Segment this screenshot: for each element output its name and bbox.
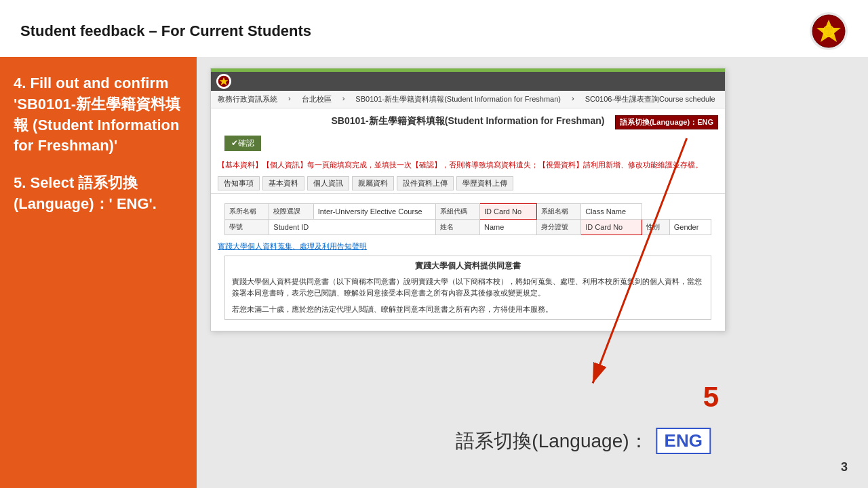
demo-panel: 教務行政資訊系統 › 台北校區 › SB0101-新生學籍資料填報(Studen… [197, 57, 868, 488]
dept-name-value[interactable]: Inter-University Elective Course [313, 203, 435, 219]
nav-separator1: › [288, 94, 291, 104]
form-page-title-bar: SB0101-新生學籍資料填報(Student Information for … [211, 108, 725, 130]
nav-item-sb0101[interactable]: SB0101-新生學籍資料填報(Student Information for … [355, 94, 561, 104]
name-label: 姓名 [435, 219, 479, 235]
dept-name-label2: 系組名稱 [536, 203, 580, 219]
form-row-2: 學號 Student ID 姓名 Name 身分證號 ID Card No 性別… [225, 219, 711, 235]
form-row-1: 系所名稱 校際選課 Inter-University Elective Cour… [225, 203, 711, 219]
confirm-button[interactable]: ✔確認 [224, 136, 261, 151]
gender-label: 性別 [642, 219, 670, 235]
step5-text: 5. Select 語系切換 (Language)：' ENG'. [14, 173, 183, 215]
nav-item-sc0106[interactable]: SC0106-學生課表查詢Course schedule [585, 94, 715, 104]
breadcrumb-nav: 教務行政資訊系統 › 台北校區 › SB0101-新生學籍資料填報(Studen… [211, 91, 725, 108]
tab-notice[interactable]: 告知事項 [218, 176, 260, 190]
tab-bar: 告知事項 基本資料 個人資訊 親屬資料 設件資料上傳 學歷資料上傳 [211, 174, 725, 194]
page-title: Student feedback – For Current Students [20, 22, 311, 40]
tab-family[interactable]: 親屬資料 [352, 176, 394, 190]
tab-personal[interactable]: 個人資訊 [307, 176, 349, 190]
step4-text: 4. Fill out and confirm 'SB0101-新生學籍資料填報… [14, 73, 183, 157]
student-id-value[interactable]: Student ID [269, 219, 435, 235]
id-card-no-value-1[interactable]: ID Card No [479, 203, 536, 219]
consent-body1: 實踐大學個人資料提供同意書（以下簡稱本同意書）說明實踐大學（以下簡稱本校），將如… [232, 276, 704, 300]
page-header: Student feedback – For Current Students … [0, 0, 868, 57]
university-logo: 實踐 [810, 12, 848, 50]
nav-separator2: › [342, 94, 345, 104]
browser-window: 教務行政資訊系統 › 台北校區 › SB0101-新生學籍資料填報(Studen… [210, 68, 726, 331]
id-card-no-value-2[interactable]: ID Card No [581, 219, 642, 235]
instruction-panel: 4. Fill out and confirm 'SB0101-新生學籍資料填報… [0, 57, 197, 488]
step5-label: 5. Select 語系切換 (Language)：' ENG'. [14, 174, 157, 212]
gender-value[interactable]: Gender [669, 219, 711, 235]
step5-number: 5 [703, 381, 719, 413]
browser-topbar [211, 72, 725, 91]
consent-link[interactable]: 實踐大學個人資料蒐集、處理及利用告知聲明 [218, 242, 367, 250]
notice-bar: 【基本資料】【個人資訊】每一頁能填寫完成，並填技一次【確認】，否則將導致填寫資料… [211, 157, 725, 174]
form-table: 系所名稱 校際選課 Inter-University Elective Cour… [224, 203, 711, 235]
confirm-btn-container: ✔確認 [211, 130, 725, 157]
tab-edu[interactable]: 學歷資料上傳 [456, 176, 513, 190]
student-id-label: 學號 [225, 219, 269, 235]
form-page-title: SB0101-新生學籍資料填報(Student Information for … [332, 115, 605, 126]
dept-name-label: 系所名稱 [225, 203, 269, 219]
nav-item-system[interactable]: 教務行政資訊系統 [218, 94, 277, 104]
id-number-label: 身分證號 [536, 219, 580, 235]
tab-basic[interactable]: 基本資料 [262, 176, 304, 190]
eng-value-box: ENG [656, 428, 711, 454]
page-number: 3 [841, 460, 848, 474]
campus-course-label: 校際選課 [269, 203, 313, 219]
svg-text:實踐: 實踐 [824, 30, 833, 35]
main-content: 4. Fill out and confirm 'SB0101-新生學籍資料填報… [0, 57, 868, 488]
browser-logo-icon [216, 74, 231, 89]
consent-body2: 若您未滿二十歲，應於您的法定代理人閱讀、瞭解並同意本同意書之所有內容，方得使用本… [232, 304, 704, 316]
name-value[interactable]: Name [479, 219, 536, 235]
class-name-value[interactable]: Class Name [581, 203, 642, 219]
nav-separator3: › [572, 94, 574, 104]
form-section: 系所名稱 校際選課 Inter-University Elective Cour… [211, 194, 725, 331]
step5-language-text: 語系切換(Language)： [456, 428, 648, 454]
consent-title: 實踐大學個人資料提供同意書 [232, 260, 704, 272]
lang-switch-button[interactable]: 語系切換(Language)：ENG [615, 115, 718, 129]
tab-docs[interactable]: 設件資料上傳 [397, 176, 454, 190]
step4-label: 4. Fill out and confirm 'SB0101-新生學籍資料填報… [14, 75, 180, 154]
dept-code-label: 系組代碼 [435, 203, 479, 219]
step5-bottom-label: 語系切換(Language)： ENG [456, 428, 711, 454]
nav-item-campus[interactable]: 台北校區 [302, 94, 332, 104]
consent-section: 實踐大學個人資料提供同意書 實踐大學個人資料提供同意書（以下簡稱本同意書）說明實… [224, 256, 711, 321]
